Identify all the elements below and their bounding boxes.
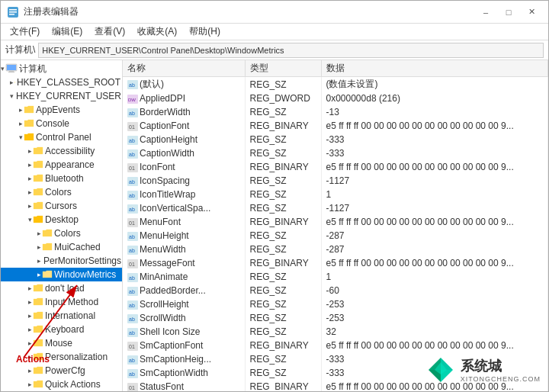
svg-text:ab: ab <box>129 234 135 239</box>
tree-item-appearance[interactable]: ▸Appearance <box>1 158 122 172</box>
menu-item[interactable]: 文件(F) <box>4 24 46 40</box>
menu-item[interactable]: 收藏夹(A) <box>131 24 183 40</box>
cell-data: 1 <box>321 270 548 284</box>
svg-text:ab: ab <box>129 248 135 253</box>
svg-text:ab: ab <box>129 316 135 322</box>
table-row[interactable]: 01MessageFontREG_BINARYe5 ff ff ff 00 00… <box>123 256 548 270</box>
registry-table: 名称 类型 数据 ab(默认)REG_SZ(数值未设置)DWAppliedDPI… <box>123 60 548 391</box>
cell-type: REG_SZ <box>245 270 321 284</box>
table-row[interactable]: abIconVerticalSpa...REG_SZ-1127 <box>123 201 548 215</box>
svg-text:01: 01 <box>129 165 135 171</box>
watermark-cn: 系统城 <box>461 357 541 375</box>
cell-type: REG_SZ <box>245 284 321 297</box>
table-row[interactable]: 01MenuFontREG_BINARYe5 ff ff ff 00 00 00… <box>123 215 548 229</box>
tree-item-permonitorsettings[interactable]: ▸PerMonitorSettings <box>1 254 122 268</box>
cell-type: REG_SZ <box>245 366 321 380</box>
table-row[interactable]: abScrollHeightREG_SZ-253 <box>123 297 548 311</box>
cell-data: e5 ff ff ff 00 00 00 00 00 00 00 00 00 0… <box>321 215 548 229</box>
table-row[interactable]: abIconTitleWrapREG_SZ1 <box>123 188 548 201</box>
table-row[interactable]: abPaddedBorder...REG_SZ-60 <box>123 284 548 297</box>
table-row[interactable]: abMinAnimateREG_SZ1 <box>123 270 548 284</box>
tree-item-keyboard[interactable]: ▸Keyboard <box>1 323 122 336</box>
table-row[interactable]: abShell Icon SizeREG_SZ32 <box>123 325 548 339</box>
table-row[interactable]: abIconSpacingREG_SZ-1127 <box>123 174 548 188</box>
table-row[interactable]: abMenuWidthREG_SZ-287 <box>123 243 548 256</box>
tree-item-desktop-colors[interactable]: ▸Colors <box>1 227 122 240</box>
tree-item-hkcr[interactable]: ▸HKEY_CLASSES_ROOT <box>1 76 122 89</box>
tree-item-inputmethod[interactable]: ▸Input Method <box>1 295 122 309</box>
svg-text:01: 01 <box>129 124 135 130</box>
tree-item-accessibility[interactable]: ▸Accessibility <box>1 144 122 158</box>
svg-rect-3 <box>9 14 14 15</box>
cell-data: -253 <box>321 311 548 325</box>
menu-item[interactable]: 编辑(E) <box>46 24 88 40</box>
address-bar: 计算机\ HKEY_CURRENT_USER\Control Panel\Des… <box>1 40 548 60</box>
tree-item-powercfg[interactable]: ▸PowerCfg <box>1 364 122 378</box>
tree-item-colors[interactable]: ▸Colors <box>1 185 122 199</box>
cell-type: REG_SZ <box>245 311 321 325</box>
table-row[interactable]: 01SmCaptionFontREG_BINARYe5 ff ff ff 00 … <box>123 339 548 352</box>
cell-data: -253 <box>321 297 548 311</box>
values-panel: 名称 类型 数据 ab(默认)REG_SZ(数值未设置)DWAppliedDPI… <box>123 60 548 391</box>
tree-item-computer[interactable]: ▾计算机 <box>1 62 122 76</box>
col-header-data: 数据 <box>321 60 548 77</box>
cell-type: REG_SZ <box>245 325 321 339</box>
cell-data: -13 <box>321 105 548 119</box>
table-row[interactable]: ab(默认)REG_SZ(数值未设置) <box>123 77 548 92</box>
main-content: ▾计算机▸HKEY_CLASSES_ROOT▾HKEY_CURRENT_USER… <box>1 60 548 391</box>
menu-item[interactable]: 帮助(H) <box>183 24 226 40</box>
table-row[interactable]: abScrollWidthREG_SZ-253 <box>123 311 548 325</box>
cell-data: e5 ff ff ff 00 00 00 00 00 00 00 00 00 0… <box>321 119 548 133</box>
table-row[interactable]: abCaptionHeightREG_SZ-333 <box>123 133 548 146</box>
cell-data: e5 ff ff ff 00 00 00 00 00 00 00 00 00 0… <box>321 339 548 352</box>
maximize-button[interactable]: □ <box>498 4 519 21</box>
address-path[interactable]: HKEY_CURRENT_USER\Control Panel\Desktop\… <box>38 43 544 58</box>
cell-type: REG_BINARY <box>245 160 321 174</box>
cell-data: -60 <box>321 284 548 297</box>
cell-data: e5 ff ff ff 00 00 00 00 00 00 00 00 00 0… <box>321 160 548 174</box>
tree-item-dontload[interactable]: ▸don't load <box>1 281 122 295</box>
table-row[interactable]: abCaptionWidthREG_SZ-333 <box>123 146 548 160</box>
svg-rect-1 <box>9 9 17 11</box>
tree-item-muicached[interactable]: ▸MuiCached <box>1 240 122 254</box>
tree-item-desktop[interactable]: ▾Desktop <box>1 213 122 227</box>
cell-type: REG_BINARY <box>245 339 321 352</box>
tree-item-personalization[interactable]: ▸Personalization <box>1 350 122 364</box>
tree-item-quickactions[interactable]: ▸Quick Actions <box>1 378 122 391</box>
tree-item-international[interactable]: ▸International <box>1 309 122 323</box>
table-row[interactable]: 01CaptionFontREG_BINARYe5 ff ff ff 00 00… <box>123 119 548 133</box>
cell-data: -1127 <box>321 201 548 215</box>
table-row[interactable]: abMenuHeightREG_SZ-287 <box>123 229 548 243</box>
tree-item-windowmetrics[interactable]: ▸WindowMetrics <box>1 268 122 281</box>
registry-editor-window: 注册表编辑器 – □ ✕ 文件(F)编辑(E)查看(V)收藏夹(A)帮助(H) … <box>0 0 549 392</box>
cell-type: REG_BINARY <box>245 215 321 229</box>
cell-type: REG_SZ <box>245 352 321 366</box>
cell-type: REG_SZ <box>245 77 321 92</box>
cell-data: -1127 <box>321 174 548 188</box>
cell-type: REG_SZ <box>245 201 321 215</box>
watermark: 系统城 XITONGCHENG.COM <box>425 355 541 385</box>
cell-type: REG_SZ <box>245 297 321 311</box>
title-bar-left: 注册表编辑器 <box>7 5 79 18</box>
svg-text:01: 01 <box>129 220 135 226</box>
cell-type: REG_BINARY <box>245 380 321 391</box>
watermark-logo <box>425 355 456 385</box>
tree-item-appevents[interactable]: ▸AppEvents <box>1 103 122 117</box>
tree-item-mouse[interactable]: ▸Mouse <box>1 336 122 350</box>
table-row[interactable]: abBorderWidthREG_SZ-13 <box>123 105 548 119</box>
tree-item-controlpanel[interactable]: ▾Control Panel <box>1 130 122 144</box>
close-button[interactable]: ✕ <box>521 4 542 21</box>
window-title: 注册表编辑器 <box>24 5 79 18</box>
cell-data: (数值未设置) <box>321 77 548 92</box>
minimize-button[interactable]: – <box>475 4 496 21</box>
tree-item-console[interactable]: ▸Console <box>1 117 122 130</box>
menu-bar: 文件(F)编辑(E)查看(V)收藏夹(A)帮助(H) <box>1 24 548 40</box>
tree-item-bluetooth[interactable]: ▸Bluetooth <box>1 172 122 185</box>
svg-text:ab: ab <box>129 330 135 336</box>
table-row[interactable]: DWAppliedDPIREG_DWORD0x000000d8 (216) <box>123 92 548 105</box>
table-row[interactable]: 01IconFontREG_BINARYe5 ff ff ff 00 00 00… <box>123 160 548 174</box>
tree-item-cursors[interactable]: ▸Cursors <box>1 199 122 213</box>
svg-text:ab: ab <box>129 275 135 281</box>
tree-item-hkcu[interactable]: ▾HKEY_CURRENT_USER <box>1 89 122 103</box>
menu-item[interactable]: 查看(V) <box>88 24 131 40</box>
